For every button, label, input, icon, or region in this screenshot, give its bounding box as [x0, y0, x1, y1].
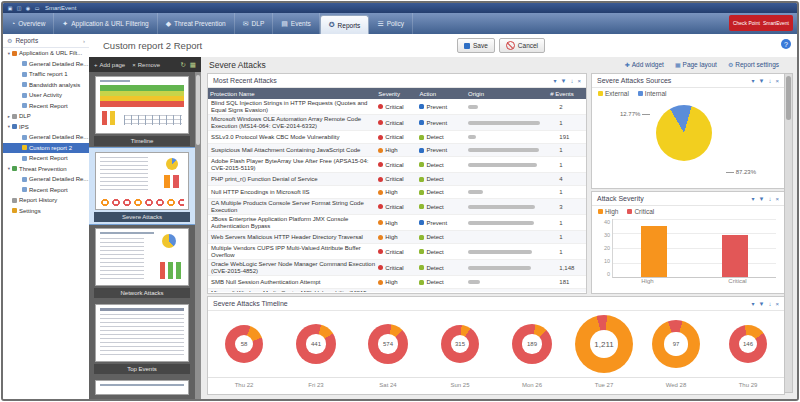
action-label: Prevent [426, 147, 447, 153]
sidebar-tree-item[interactable]: General Detailed Re... [3, 132, 89, 143]
timeline-donut[interactable]: 1,211 [575, 315, 633, 373]
window-toolbar-icon[interactable]: ▭ [34, 5, 40, 11]
tree-item-icon [22, 145, 27, 150]
column-header[interactable]: Protection Name [210, 91, 378, 97]
table-row[interactable]: SMB Null Session Authentication Attempt … [208, 276, 586, 289]
report-page-thumbnail[interactable]: Network Attacks [89, 224, 195, 300]
scrollbar-thumb[interactable] [786, 76, 791, 120]
close-icon[interactable]: × [577, 78, 581, 84]
timeline-donut[interactable]: 574 [368, 324, 408, 364]
table-row[interactable]: SSLv3.0 Protocol Weak CBC Mode Vulnerabi… [208, 131, 586, 144]
save-button[interactable]: Save [457, 38, 495, 53]
column-header[interactable]: Severity [378, 91, 419, 97]
report-page-thumbnail[interactable]: Timeline [89, 72, 195, 148]
filter-icon[interactable]: ▼ [759, 78, 765, 84]
window-toolbar-icon[interactable]: ◫ [16, 5, 22, 11]
product-tab[interactable]: ✉ DLP [235, 13, 274, 34]
report-action-link[interactable]: ⚙ Report settings [728, 61, 779, 68]
column-header[interactable]: # Events [550, 91, 584, 97]
report-page-thumbnail[interactable] [89, 376, 195, 397]
column-header[interactable]: Origin [468, 91, 550, 97]
legend-item[interactable]: Critical [627, 208, 654, 215]
close-icon[interactable]: × [775, 301, 779, 307]
export-icon[interactable]: ↓ [768, 78, 771, 84]
sidebar-tree-item[interactable]: Recent Report [3, 185, 89, 196]
filter-icon[interactable]: ▼ [759, 301, 765, 307]
close-icon[interactable]: × [775, 78, 779, 84]
sidebar-tree-item[interactable]: General Detailed Re... [3, 174, 89, 185]
timeline-donut[interactable]: 441 [296, 324, 336, 364]
timeline-donut[interactable]: 58 [225, 325, 263, 363]
sidebar-tree-item[interactable]: ▸ DLP [3, 111, 89, 122]
sidebar-tree-item[interactable]: Recent Report [3, 101, 89, 112]
grid-icon[interactable]: ▦ [190, 61, 196, 69]
filter-icon[interactable]: ▼ [561, 78, 567, 84]
report-page-thumbnail[interactable]: Top Events [89, 300, 195, 376]
table-row[interactable]: Adobe Flash Player ByteArray Use After F… [208, 157, 586, 173]
export-icon[interactable]: ↓ [768, 196, 771, 202]
sidebar-tree-item[interactable]: Settings [3, 206, 89, 217]
add-page-button[interactable]: + Add page [94, 62, 125, 68]
sidebar-tree-item[interactable]: ▾ IPS [3, 122, 89, 133]
collapse-icon[interactable]: › [83, 38, 85, 44]
product-tab[interactable]: ✦ Application & URL Filtering [54, 13, 157, 34]
sidebar-tree-item[interactable]: Recent Report [3, 153, 89, 164]
product-tab[interactable]: ▤ Events [273, 13, 320, 34]
report-action-link[interactable]: ✚ Add widget [625, 61, 664, 68]
legend-item[interactable]: External [598, 90, 629, 97]
table-row[interactable]: Microsoft Windows OLE Automation Array R… [208, 115, 586, 131]
export-icon[interactable]: ↓ [768, 301, 771, 307]
chart-type-icon[interactable]: ▾ [752, 196, 755, 202]
table-row[interactable]: Multiple Vendors CUPS IPP Multi-Valued A… [208, 244, 586, 260]
table-row[interactable]: Suspicious Mail Attachment Containing Ja… [208, 144, 586, 157]
chart-type-icon[interactable]: ▾ [554, 78, 557, 84]
remove-page-button[interactable]: × Remove [132, 62, 160, 68]
window-toolbar-icon[interactable]: ▣ [7, 5, 13, 11]
sources-pie-chart[interactable] [656, 105, 712, 161]
timeline-donut[interactable]: 146 [729, 325, 767, 363]
column-header[interactable]: Action [419, 91, 468, 97]
report-action-link[interactable]: ▦ Page layout [675, 61, 717, 68]
severity-bar[interactable] [641, 226, 667, 277]
timeline-donut[interactable]: 315 [441, 325, 479, 363]
report-page-thumbnail[interactable]: Severe Attacks [89, 148, 195, 224]
product-tab[interactable]: ☰ Policy [369, 13, 413, 34]
chart-type-icon[interactable]: ▾ [752, 78, 755, 84]
table-row[interactable]: Blind SQL Injection Strings in HTTP Requ… [208, 99, 586, 115]
filter-icon[interactable]: ▼ [759, 196, 765, 202]
origin-bar [468, 163, 537, 167]
table-row[interactable]: Oracle WebLogic Server Node Manager Comm… [208, 260, 586, 276]
help-icon[interactable]: ? [781, 39, 791, 49]
close-icon[interactable]: × [775, 196, 779, 202]
export-icon[interactable]: ↓ [570, 78, 573, 84]
window-toolbar-icon[interactable]: ◉ [25, 5, 31, 11]
table-row[interactable]: JBoss Enterprise Application Platform JM… [208, 215, 586, 231]
sidebar-tree-item[interactable]: Report History [3, 195, 89, 206]
table-row[interactable]: CA Multiple Products Console Server Form… [208, 199, 586, 215]
legend-item[interactable]: High [598, 208, 618, 215]
sidebar-tree-item[interactable]: General Detailed Re... [3, 59, 89, 70]
table-row[interactable]: Null HTTP Encodings in Microsoft IIS Hig… [208, 186, 586, 199]
sidebar-tree-item[interactable]: Bandwidth analysis [3, 80, 89, 91]
timeline-donut[interactable]: 97 [652, 320, 700, 368]
sidebar-tree-item[interactable]: Traffic report 1 [3, 69, 89, 80]
sidebar-tree-item[interactable]: Custom report 2 [3, 143, 89, 154]
chart-type-icon[interactable]: ▾ [752, 301, 755, 307]
legend-item[interactable]: Internal [638, 90, 667, 97]
sidebar-tree-item[interactable]: ▾ Application & URL Filt... [3, 48, 89, 59]
sidebar-tree-item[interactable]: User Activity [3, 90, 89, 101]
table-row[interactable]: PHP print_r() Function Denial of Service… [208, 173, 586, 186]
product-tab[interactable]: ◔ Overview [3, 13, 54, 34]
table-row[interactable]: Microsoft Windows Media Center MCL Vulne… [208, 289, 586, 292]
table-row[interactable]: Web Servers Malicious HTTP Header Direct… [208, 231, 586, 244]
main-scrollbar[interactable] [784, 73, 793, 393]
scrollbar-thumb[interactable] [196, 75, 200, 145]
refresh-icon[interactable]: ↻ [180, 61, 185, 69]
product-tab[interactable]: ◆ Threat Prevention [158, 13, 235, 34]
plus-icon: + [94, 62, 98, 68]
cancel-button[interactable]: Cancel [499, 38, 545, 53]
sidebar-tree-item[interactable]: ▾ Threat Prevention [3, 164, 89, 175]
timeline-donut[interactable]: 189 [512, 324, 552, 364]
severity-bar[interactable] [722, 235, 748, 277]
product-tab[interactable]: ✪ Reports [320, 15, 370, 34]
